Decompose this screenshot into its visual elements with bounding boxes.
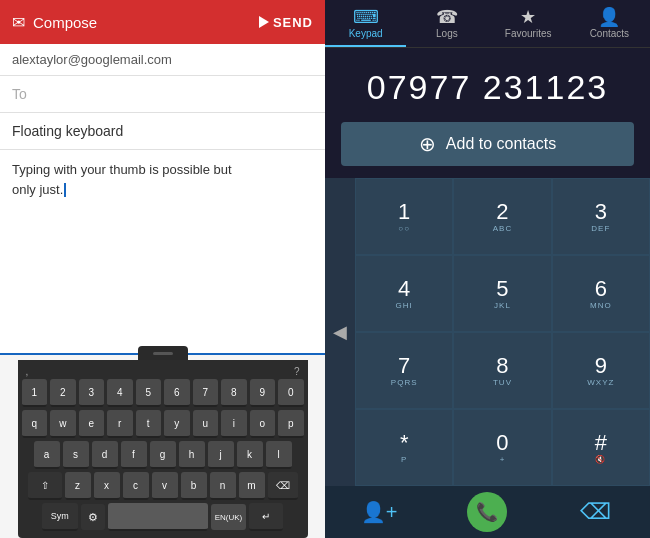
- kb-y[interactable]: y: [164, 410, 190, 438]
- kb-r[interactable]: r: [107, 410, 133, 438]
- dial-2-num: 2: [496, 200, 508, 224]
- comma-key[interactable]: ,: [26, 366, 29, 377]
- dial-0[interactable]: 0 +: [453, 409, 551, 486]
- kb-f[interactable]: f: [121, 441, 147, 469]
- back-arrow-button[interactable]: ◀: [333, 321, 347, 343]
- dial-7-num: 7: [398, 354, 410, 378]
- kb-2[interactable]: 2: [50, 379, 76, 407]
- kb-settings-icon[interactable]: ⚙: [81, 504, 105, 530]
- kb-7[interactable]: 7: [193, 379, 219, 407]
- kb-n[interactable]: n: [210, 472, 236, 500]
- dial-1[interactable]: 1 ○○: [355, 178, 453, 255]
- kb-a[interactable]: a: [34, 441, 60, 469]
- kb-0[interactable]: 0: [278, 379, 304, 407]
- contacts-icon: 👤: [598, 8, 620, 26]
- add-contact-action-icon: 👤+: [361, 500, 398, 524]
- dial-2-letters: ABC: [493, 224, 512, 233]
- dial-1-letters: ○○: [398, 224, 410, 233]
- call-button[interactable]: 📞: [433, 486, 541, 538]
- dial-8-num: 8: [496, 354, 508, 378]
- text-cursor: [64, 183, 66, 197]
- kb-c[interactable]: c: [123, 472, 149, 500]
- dial-3[interactable]: 3 DEF: [552, 178, 650, 255]
- tab-favourites[interactable]: ★ Favourites: [488, 0, 569, 47]
- kb-shift[interactable]: ⇧: [28, 472, 62, 500]
- kb-q[interactable]: q: [22, 410, 48, 438]
- dial-0-letters: +: [500, 455, 506, 464]
- kb-v[interactable]: v: [152, 472, 178, 500]
- kb-3[interactable]: 3: [79, 379, 105, 407]
- from-email: alextaylor@googlemail.com: [12, 52, 172, 67]
- kb-space[interactable]: [108, 503, 208, 531]
- kb-s[interactable]: s: [63, 441, 89, 469]
- kb-enter[interactable]: ↵: [249, 503, 283, 531]
- kb-4[interactable]: 4: [107, 379, 133, 407]
- kb-d[interactable]: d: [92, 441, 118, 469]
- dial-7-letters: PQRS: [391, 378, 418, 387]
- kb-k[interactable]: k: [237, 441, 263, 469]
- backspace-button[interactable]: ⌫: [542, 486, 650, 538]
- kb-g[interactable]: g: [150, 441, 176, 469]
- kb-sym[interactable]: Sym: [42, 503, 78, 531]
- dial-6[interactable]: 6 MNO: [552, 255, 650, 332]
- kb-m[interactable]: m: [239, 472, 265, 500]
- add-to-contacts-button[interactable]: ⊕ Add to contacts: [341, 122, 634, 166]
- kb-j[interactable]: j: [208, 441, 234, 469]
- kb-u[interactable]: u: [193, 410, 219, 438]
- tab-logs[interactable]: ☎ Logs: [406, 0, 487, 47]
- to-placeholder: To: [12, 86, 27, 102]
- kb-backspace[interactable]: ⌫: [268, 472, 298, 500]
- dial-0-num: 0: [496, 431, 508, 455]
- kb-1[interactable]: 1: [22, 379, 48, 407]
- add-contact-action-button[interactable]: 👤+: [325, 486, 433, 538]
- to-field[interactable]: To: [0, 76, 325, 113]
- kb-language[interactable]: EN(UK): [211, 504, 247, 530]
- keyboard-handle[interactable]: [138, 346, 188, 360]
- dial-8-letters: TUV: [493, 378, 512, 387]
- body-field[interactable]: Typing with your thumb is possible but o…: [0, 150, 325, 355]
- kb-6[interactable]: 6: [164, 379, 190, 407]
- compose-panel: ✉ Compose SEND alextaylor@googlemail.com…: [0, 0, 325, 538]
- dial-6-letters: MNO: [590, 301, 612, 310]
- dial-5[interactable]: 5 JKL: [453, 255, 551, 332]
- kb-x[interactable]: x: [94, 472, 120, 500]
- kb-o[interactable]: o: [250, 410, 276, 438]
- kb-zxcv-row: ⇧ z x c v b n m ⌫: [22, 472, 304, 500]
- kb-5[interactable]: 5: [136, 379, 162, 407]
- dialer-panel: ⌨ Keypad ☎ Logs ★ Favourites 👤 Contacts …: [325, 0, 650, 538]
- send-arrow-icon: [259, 16, 269, 28]
- dial-5-letters: JKL: [494, 301, 511, 310]
- kb-h[interactable]: h: [179, 441, 205, 469]
- dial-hash[interactable]: # 🔇: [552, 409, 650, 486]
- tab-contacts[interactable]: 👤 Contacts: [569, 0, 650, 47]
- subject-field[interactable]: Floating keyboard: [0, 113, 325, 150]
- dial-4-letters: GHI: [396, 301, 413, 310]
- dial-8[interactable]: 8 TUV: [453, 332, 551, 409]
- dial-7[interactable]: 7 PQRS: [355, 332, 453, 409]
- gmail-icon: ✉: [12, 13, 25, 32]
- kb-8[interactable]: 8: [221, 379, 247, 407]
- dial-star[interactable]: * P: [355, 409, 453, 486]
- dial-star-num: *: [400, 431, 409, 455]
- dial-4[interactable]: 4 GHI: [355, 255, 453, 332]
- tab-keypad[interactable]: ⌨ Keypad: [325, 0, 406, 47]
- dial-9[interactable]: 9 WXYZ: [552, 332, 650, 409]
- kb-p[interactable]: p: [278, 410, 304, 438]
- kb-i[interactable]: i: [221, 410, 247, 438]
- send-button[interactable]: SEND: [259, 15, 313, 30]
- kb-w[interactable]: w: [50, 410, 76, 438]
- kb-b[interactable]: b: [181, 472, 207, 500]
- kb-z[interactable]: z: [65, 472, 91, 500]
- logs-icon: ☎: [436, 8, 458, 26]
- dial-1-num: 1: [398, 200, 410, 224]
- dialpad-grid: 1 ○○ 2 ABC 3 DEF 4 GHI 5 JKL 6 MNO: [355, 178, 650, 486]
- phone-number-text: 07977 231123: [367, 68, 608, 106]
- kb-qwerty-row: q w e r t y u i o p: [22, 410, 304, 438]
- kb-9[interactable]: 9: [250, 379, 276, 407]
- kb-t[interactable]: t: [136, 410, 162, 438]
- kb-e[interactable]: e: [79, 410, 105, 438]
- dial-2[interactable]: 2 ABC: [453, 178, 551, 255]
- kb-l[interactable]: l: [266, 441, 292, 469]
- question-key[interactable]: ?: [294, 366, 300, 377]
- kb-asdf-row: a s d f g h j k l: [22, 441, 304, 469]
